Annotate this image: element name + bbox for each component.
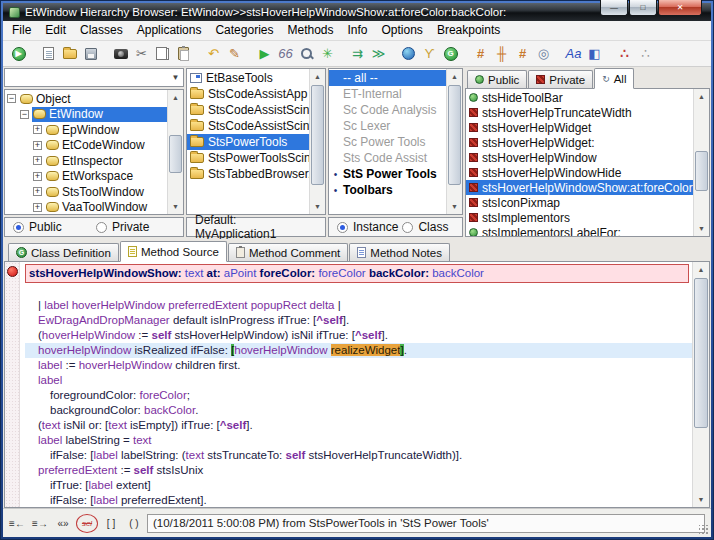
copy-icon[interactable] [152, 43, 173, 64]
tab-method-source[interactable]: Method Source [120, 241, 227, 262]
category-list-item[interactable]: Sc Code Analysis [329, 102, 446, 118]
method-list-scrollbar[interactable]: ▲ ▼ [693, 89, 709, 236]
implementors-icon[interactable]: ≫ [368, 43, 389, 64]
scrollbar-thumb[interactable] [695, 151, 708, 191]
chevron-down-icon[interactable]: ▼ [168, 73, 183, 82]
application-list-item[interactable]: EtBaseTools [187, 70, 309, 86]
globe-gray-icon[interactable]: ◎ [533, 43, 554, 64]
play-icon[interactable]: ▶ [254, 43, 275, 64]
fill-icon[interactable]: ◧ [584, 43, 605, 64]
scrollbar-thumb[interactable] [169, 135, 182, 173]
senders-icon[interactable]: ⇉ [347, 43, 368, 64]
method-list-item[interactable]: stsImplementors [466, 210, 693, 225]
sel-button[interactable]: sel [76, 514, 98, 533]
application-list-item[interactable]: StsTabbedBrowserApp [187, 166, 309, 182]
expand-toggle-icon[interactable]: − [7, 94, 16, 103]
expand-toggle-icon[interactable]: + [33, 156, 42, 165]
method-list-item[interactable]: stsHideToolBar [466, 90, 693, 105]
tree-item[interactable]: +EtInspector [5, 153, 167, 169]
spectacles-icon[interactable]: 66 [275, 43, 296, 64]
menu-edit[interactable]: Edit [38, 21, 73, 40]
refresh-icon[interactable]: G [440, 43, 461, 64]
breakpoint-gutter[interactable] [5, 262, 20, 507]
menu-file[interactable]: File [5, 21, 38, 40]
tab-method-comment[interactable]: Method Comment [228, 243, 348, 261]
menu-classes[interactable]: Classes [73, 21, 130, 40]
expand-toggle-icon[interactable]: + [33, 172, 42, 181]
scroll-up-icon[interactable]: ▲ [310, 69, 325, 84]
scroll-up-icon[interactable]: ▲ [168, 90, 183, 105]
category-list-item[interactable]: Sc Lexer [329, 118, 446, 134]
private-radio[interactable]: Private [96, 220, 175, 234]
category-list-item[interactable]: •Toolbars [329, 182, 446, 198]
category-list-item[interactable]: -- all -- [329, 70, 446, 86]
menu-info[interactable]: Info [341, 21, 375, 40]
application-list-item[interactable]: StsCodeAssistScintillaCo [187, 102, 309, 118]
method-list-item[interactable]: stsImplementorsLabelFor: [466, 225, 693, 236]
tab-private[interactable]: Private [528, 70, 593, 88]
new-document-icon[interactable] [38, 43, 59, 64]
outdent-button[interactable]: ≡← [7, 514, 27, 533]
category-list-scrollbar[interactable]: ▲ ▼ [446, 69, 462, 214]
scrollbar-thumb[interactable] [448, 85, 461, 185]
category-list-item[interactable]: Sc Power Tools [329, 134, 446, 150]
menu-breakpoints[interactable]: Breakpoints [430, 21, 507, 40]
scroll-down-icon[interactable]: ▼ [693, 492, 709, 507]
tab-all[interactable]: ↻All [594, 68, 634, 89]
resize-grip[interactable] [699, 525, 709, 535]
scroll-down-icon[interactable]: ▼ [694, 221, 709, 236]
camera-icon[interactable] [110, 43, 131, 64]
breakpoint-icon[interactable] [7, 266, 18, 277]
scroll-down-icon[interactable]: ▼ [168, 199, 183, 214]
category-list-item[interactable]: •StS Power Tools [329, 166, 446, 182]
method-list-item[interactable]: stsIconPixmap [466, 195, 693, 210]
open-folder-icon[interactable] [59, 43, 80, 64]
minimize-button[interactable]: — [600, 0, 628, 16]
grid-pause-icon[interactable]: ╫ [491, 43, 512, 64]
scroll-up-icon[interactable]: ▲ [693, 262, 709, 277]
expand-toggle-icon[interactable]: + [33, 203, 42, 212]
users-outline-icon[interactable]: ∴ [635, 43, 656, 64]
class-filter-combobox[interactable]: ▼ [4, 68, 184, 87]
maximize-button[interactable]: □ [629, 0, 657, 16]
application-list-scrollbar[interactable]: ▲ ▼ [309, 69, 325, 214]
application-list-item[interactable]: StsCodeAssistScintillaLe: [187, 118, 309, 134]
search-icon[interactable] [296, 43, 317, 64]
expand-toggle-icon[interactable]: + [33, 141, 42, 150]
class-tree-scrollbar[interactable]: ▲ ▼ [167, 90, 183, 214]
menu-methods[interactable]: Methods [280, 21, 340, 40]
category-list-item[interactable]: ET-Internal [329, 86, 446, 102]
category-list-item[interactable]: Sts Code Assist [329, 150, 446, 166]
users-red-icon[interactable]: ∴ [614, 43, 635, 64]
method-list-item[interactable]: stsHoverHelpTruncateWidth [466, 105, 693, 120]
quotes-button[interactable]: «» [53, 514, 73, 533]
expand-toggle-icon[interactable]: + [33, 187, 42, 196]
method-list-item[interactable]: stsHoverHelpWidget [466, 120, 693, 135]
scroll-down-icon[interactable]: ▼ [310, 199, 325, 214]
globe-icon[interactable] [398, 43, 419, 64]
menu-categories[interactable]: Categories [208, 21, 280, 40]
tree-item[interactable]: +EpWindow [5, 122, 167, 138]
parens-button[interactable]: ( ) [124, 514, 144, 533]
application-list-item[interactable]: StsPowerToolsScintilla [187, 150, 309, 166]
tree-item[interactable]: +StsToolWindow [5, 184, 167, 200]
scrollbar-thumb[interactable] [311, 85, 324, 185]
instance-radio[interactable]: Instance [337, 220, 398, 234]
grid-add-icon[interactable]: # [470, 43, 491, 64]
method-list-item[interactable]: stsHoverHelpWidget: [466, 135, 693, 150]
method-list-item[interactable]: stsHoverHelpWindow [466, 150, 693, 165]
scroll-down-icon[interactable]: ▼ [447, 199, 462, 214]
menu-options[interactable]: Options [375, 21, 430, 40]
tab-method-notes[interactable]: Method Notes [349, 243, 450, 261]
undo-icon[interactable]: ↶ [203, 43, 224, 64]
method-list-item[interactable]: stsHoverHelpWindowHide [466, 165, 693, 180]
pen-icon[interactable]: ✎ [224, 43, 245, 64]
brackets-button[interactable]: [ ] [101, 514, 121, 533]
menu-applications[interactable]: Applications [130, 21, 209, 40]
paste-icon[interactable] [173, 43, 194, 64]
tree-item[interactable]: +VaaToolWindow [5, 200, 167, 215]
cut-icon[interactable]: ✂ [131, 43, 152, 64]
method-source-view[interactable]: stsHoverHelpWindowShow: text at: aPoint … [20, 262, 692, 507]
font-icon[interactable]: Aa [563, 43, 584, 64]
save-icon[interactable] [80, 43, 101, 64]
